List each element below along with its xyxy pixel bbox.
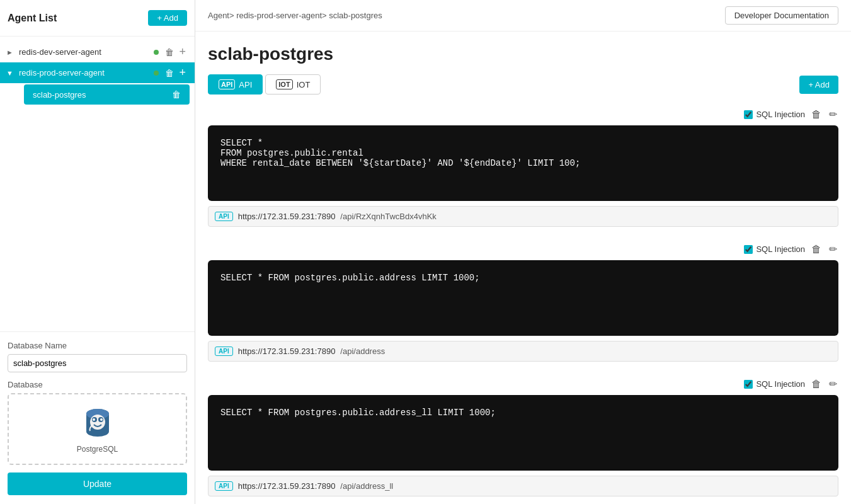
postgresql-label: PostgreSQL — [77, 445, 118, 454]
sql-injection-check-2[interactable]: SQL Injection — [744, 244, 805, 254]
endpoint-path-2: /api/address — [340, 346, 385, 356]
tab-api-label: API — [239, 80, 252, 89]
endpoint-row-2: API https://172.31.59.231:7890 /api/addr… — [208, 341, 838, 362]
code-block-2[interactable]: SELECT * FROM postgres.public.address LI… — [208, 260, 838, 336]
endpoint-url-3: https://172.31.59.231:7890 — [238, 481, 336, 491]
query-actions-1: SQL Injection 🗑 ✏ — [208, 107, 838, 122]
query-actions-3: SQL Injection 🗑 ✏ — [208, 377, 838, 391]
postgresql-icon — [79, 404, 117, 442]
content-area: sclab-postgres API API IOT IOT + Add SQL… — [195, 32, 851, 504]
endpoint-path-3: /api/address_ll — [340, 481, 393, 491]
code-block-3[interactable]: SELECT * FROM postgres.public.address_ll… — [208, 395, 838, 471]
endpoint-url-1: https://172.31.59.231:7890 — [238, 212, 336, 221]
db-name-label: Database Name — [8, 341, 187, 350]
tab-iot[interactable]: IOT IOT — [265, 74, 321, 94]
sidebar-header: Agent List + Add — [0, 0, 195, 37]
edit-query-1-button[interactable]: ✏ — [828, 107, 838, 122]
db-icon-inner: PostgreSQL — [77, 404, 118, 454]
code-block-1[interactable]: SELECT * FROM postgres.public.rental WHE… — [208, 125, 838, 201]
sidebar-title: Agent List — [8, 13, 57, 24]
update-button[interactable]: Update — [8, 472, 187, 495]
api-badge-3: API — [215, 481, 233, 491]
db-name-input[interactable] — [8, 354, 187, 372]
sql-injection-label-3: SQL Injection — [756, 379, 805, 389]
agent-label-dev: redis-dev-server-agent — [19, 47, 154, 57]
add-query-button[interactable]: + Add — [799, 76, 838, 94]
svg-point-7 — [93, 418, 95, 421]
child-agents: sclab-postgres 🗑 — [0, 84, 195, 105]
agent-tree: ► redis-dev-server-agent 🗑 + ▼ redis-pro… — [0, 37, 195, 331]
dev-doc-button[interactable]: Developer Documentation — [725, 6, 838, 25]
endpoint-path-1: /api/RzXqnhTwcBdx4vhKk — [340, 212, 436, 221]
api-badge-2: API — [215, 346, 233, 356]
main-content: Agent> redis-prod-server-agent> sclab-po… — [195, 0, 851, 504]
agent-row-dev[interactable]: ► redis-dev-server-agent 🗑 + — [0, 42, 195, 62]
chevron-down-icon: ▼ — [6, 69, 16, 77]
sql-injection-checkbox-3[interactable] — [744, 380, 753, 389]
add-agent-button[interactable]: + Add — [148, 10, 187, 26]
iot-icon: IOT — [276, 79, 292, 89]
delete-query-1-button[interactable]: 🗑 — [810, 108, 823, 122]
add-child-prod-button[interactable]: + — [176, 66, 188, 79]
endpoint-url-2: https://172.31.59.231:7890 — [238, 346, 336, 356]
sql-injection-check-1[interactable]: SQL Injection — [744, 110, 805, 119]
delete-agent-dev-button[interactable]: 🗑 — [163, 46, 176, 59]
sql-injection-label-2: SQL Injection — [756, 244, 805, 254]
agent-label-prod: redis-prod-server-agent — [19, 68, 154, 77]
breadcrumb: Agent> redis-prod-server-agent> sclab-po… — [208, 11, 382, 20]
agent-group-prod: ▼ redis-prod-server-agent 🗑 + sclab-post… — [0, 62, 195, 105]
tab-iot-label: IOT — [297, 80, 311, 89]
sql-injection-checkbox-2[interactable] — [744, 245, 753, 254]
sidebar: Agent List + Add ► redis-dev-server-agen… — [0, 0, 195, 504]
query-block-1: SQL Injection 🗑 ✏ SELECT * FROM postgres… — [208, 107, 838, 227]
svg-point-8 — [100, 418, 103, 421]
edit-query-2-button[interactable]: ✏ — [828, 242, 838, 256]
sql-injection-checkbox-1[interactable] — [744, 110, 753, 119]
delete-agent-prod-button[interactable]: 🗑 — [163, 67, 176, 79]
delete-agent-sclab-button[interactable]: 🗑 — [169, 88, 183, 101]
sql-injection-check-3[interactable]: SQL Injection — [744, 379, 805, 389]
tabs-bar: API API IOT IOT + Add — [208, 74, 838, 94]
query-block-3: SQL Injection 🗑 ✏ SELECT * FROM postgres… — [208, 377, 838, 496]
svg-point-4 — [90, 415, 105, 430]
agent-row-prod[interactable]: ▼ redis-prod-server-agent 🗑 + — [0, 62, 195, 83]
query-block-2: SQL Injection 🗑 ✏ SELECT * FROM postgres… — [208, 242, 838, 362]
topbar: Agent> redis-prod-server-agent> sclab-po… — [195, 0, 851, 32]
status-dot-dev — [154, 50, 159, 55]
add-child-dev-button[interactable]: + — [176, 45, 188, 59]
delete-query-3-button[interactable]: 🗑 — [810, 377, 823, 391]
edit-query-3-button[interactable]: ✏ — [828, 377, 838, 391]
agent-label-sclab: sclab-postgres — [33, 90, 169, 100]
chevron-right-icon: ► — [6, 49, 16, 56]
tab-api[interactable]: API API — [208, 74, 263, 94]
api-badge-1: API — [215, 212, 233, 221]
endpoint-row-3: API https://172.31.59.231:7890 /api/addr… — [208, 476, 838, 496]
sql-injection-label-1: SQL Injection — [756, 110, 805, 119]
page-title: sclab-postgres — [208, 44, 838, 64]
db-type-label: Database — [8, 380, 187, 389]
agent-row-sclab[interactable]: sclab-postgres 🗑 — [24, 84, 190, 105]
api-icon: API — [219, 79, 235, 89]
database-section: Database Name Database — [0, 331, 195, 504]
status-dot-prod — [154, 71, 159, 76]
query-actions-2: SQL Injection 🗑 ✏ — [208, 242, 838, 256]
delete-query-2-button[interactable]: 🗑 — [810, 243, 823, 256]
db-icon-container: PostgreSQL — [8, 393, 187, 465]
endpoint-row-1: API https://172.31.59.231:7890 /api/RzXq… — [208, 206, 838, 227]
